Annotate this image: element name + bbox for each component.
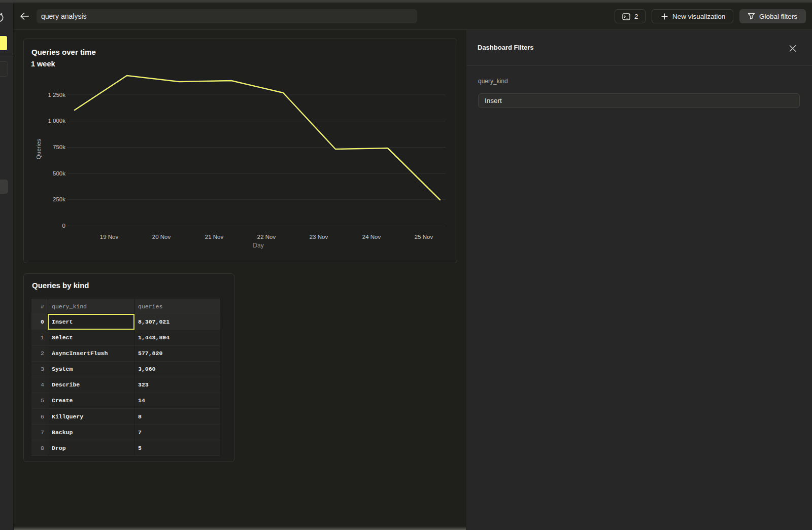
svg-text:750k: 750k [53, 144, 65, 150]
svg-text:25 Nov: 25 Nov [415, 234, 433, 240]
svg-text:Day: Day [253, 242, 263, 249]
svg-text:19 Nov: 19 Nov [100, 234, 119, 240]
svg-text:500k: 500k [53, 170, 65, 176]
svg-text:1 250k: 1 250k [48, 92, 65, 98]
svg-text:Queries: Queries [36, 139, 42, 160]
svg-text:1 000k: 1 000k [48, 118, 65, 124]
svg-text:21 Nov: 21 Nov [205, 234, 224, 240]
svg-text:23 Nov: 23 Nov [310, 234, 328, 240]
svg-text:0: 0 [62, 223, 65, 229]
svg-text:20 Nov: 20 Nov [152, 234, 171, 240]
svg-text:250k: 250k [53, 196, 65, 202]
svg-text:24 Nov: 24 Nov [362, 234, 381, 240]
svg-text:22 Nov: 22 Nov [257, 234, 276, 240]
